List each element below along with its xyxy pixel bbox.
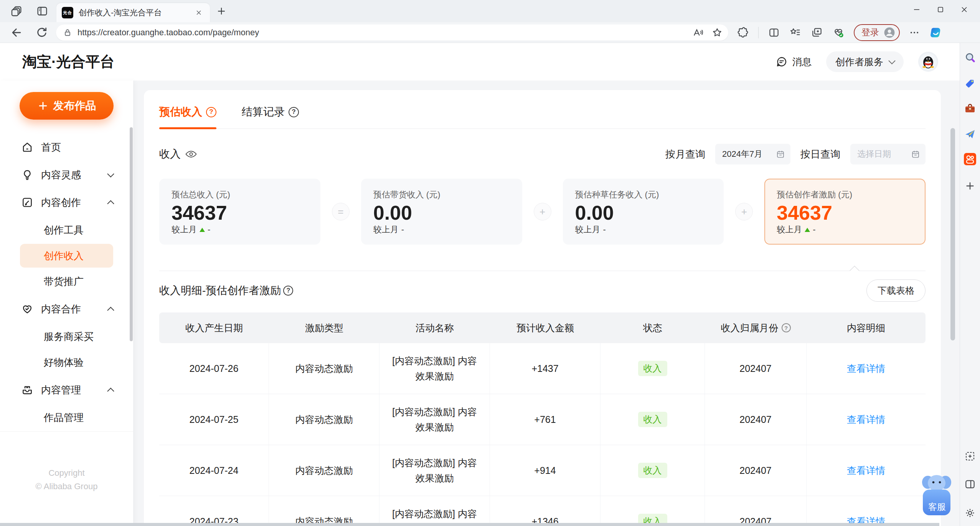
collections-icon[interactable] xyxy=(811,26,823,39)
help-icon[interactable]: ? xyxy=(206,107,216,117)
detail-section-header: 收入明细-预估创作者激励 ? 下载表格 xyxy=(159,279,926,302)
cell-amount: +1346 xyxy=(490,496,601,526)
sidebar-item-label: 带货推广 xyxy=(44,275,84,288)
maximize-button[interactable] xyxy=(929,0,952,19)
cell-month: 202407 xyxy=(705,445,807,496)
cell-type: 内容动态激励 xyxy=(269,496,379,526)
shopping-tag-icon[interactable] xyxy=(964,77,976,90)
tab-close-icon[interactable] xyxy=(193,7,205,18)
card-creator-incentive[interactable]: 预估创作者激励 (元) 34637 较上月 - xyxy=(764,179,926,245)
sidebar-item-inspiration[interactable]: 内容灵感 xyxy=(0,161,133,189)
help-icon[interactable]: ? xyxy=(283,286,293,296)
avatar[interactable] xyxy=(918,52,938,72)
settings-more-icon[interactable] xyxy=(909,27,920,38)
card-value: 34637 xyxy=(172,202,308,224)
tab-actions-icon[interactable] xyxy=(36,5,48,17)
chevron-up-icon xyxy=(107,200,114,207)
sidebar-item-product-trial[interactable]: 好物体验 xyxy=(20,350,113,374)
cell-action: 查看详情 xyxy=(807,394,926,445)
cell-activity: [内容动态激励] 内容效果激励 xyxy=(379,496,490,526)
site-favicon: 光合 xyxy=(62,7,73,18)
download-table-button[interactable]: 下载表格 xyxy=(866,279,926,302)
income-label-text: 收入 xyxy=(159,147,181,161)
sidebar-item-creation-income[interactable]: 创作收入 xyxy=(20,244,113,268)
close-window-button[interactable] xyxy=(952,0,976,19)
login-button[interactable]: 登录 xyxy=(854,24,900,41)
cell-type: 内容动态激励 xyxy=(269,394,379,445)
help-icon[interactable]: ? xyxy=(289,107,299,117)
creator-services-dropdown[interactable]: 创作者服务 xyxy=(826,51,904,72)
add-sidebar-item-icon[interactable] xyxy=(964,180,976,192)
month-picker-input[interactable]: 2024年7月 xyxy=(715,144,790,164)
browser-essentials-icon[interactable] xyxy=(832,26,845,39)
sidebar-item-service-purchase[interactable]: 服务商采买 xyxy=(20,325,113,348)
cell-status: 收入 xyxy=(601,343,705,394)
url-bar[interactable]: https://creator.guanghe.taobao.com/page/… xyxy=(56,25,728,41)
site-logo[interactable]: 淘宝·光合平台 xyxy=(22,52,115,72)
date-picker-input[interactable]: 选择日期 xyxy=(850,144,926,164)
copilot-icon[interactable] xyxy=(929,26,943,39)
publish-work-button[interactable]: 发布作品 xyxy=(20,92,114,120)
col-header-type: 激励类型 xyxy=(269,322,379,334)
status-badge: 收入 xyxy=(638,412,667,427)
income-section-label: 收入 xyxy=(159,147,197,161)
card-compare: 较上月 - xyxy=(172,224,308,235)
gear-icon[interactable] xyxy=(964,507,976,519)
card-compare: 较上月 - xyxy=(777,224,913,235)
tab-label: 预估收入 xyxy=(159,105,202,119)
screenshot-icon[interactable] xyxy=(964,450,976,462)
tab-settlement-records[interactable]: 结算记录 ? xyxy=(242,105,299,128)
card-sales-income[interactable]: 预估带货收入 (元) 0.00 较上月 - xyxy=(361,179,522,245)
paper-plane-icon[interactable] xyxy=(964,128,976,140)
extensions-icon[interactable] xyxy=(737,26,749,39)
back-icon[interactable] xyxy=(10,26,23,39)
col-header-month-text: 收入归属月份 xyxy=(721,322,779,334)
sidebar-item-label: 创作工具 xyxy=(44,224,84,237)
toolbox-icon[interactable] xyxy=(964,102,976,115)
browser-tab-active[interactable]: 光合 创作收入-淘宝光合平台 xyxy=(56,3,210,22)
new-tab-button[interactable] xyxy=(216,5,227,17)
table-row: 2024-07-25 内容动态激励 [内容动态激励] 内容效果激励 +761 收… xyxy=(159,394,926,445)
favorites-bar-icon[interactable] xyxy=(789,26,802,39)
sidebar-item-promotion[interactable]: 带货推广 xyxy=(20,270,113,293)
sidebar-item-cooperation[interactable]: 内容合作 xyxy=(0,295,133,323)
search-icon[interactable] xyxy=(964,52,976,64)
read-aloud-icon[interactable] xyxy=(692,27,704,38)
tab-estimated-income[interactable]: 预估收入 ? xyxy=(159,105,216,128)
sidebar-item-creation-tools[interactable]: 创作工具 xyxy=(20,218,113,242)
chevron-down-icon xyxy=(888,57,895,64)
detail-section-title: 收入明细-预估创作者激励 ? xyxy=(159,283,293,298)
kuaishou-icon[interactable] xyxy=(964,153,976,165)
refresh-icon[interactable] xyxy=(35,26,48,39)
minimize-button[interactable] xyxy=(905,0,929,19)
tab-activity-icon[interactable] xyxy=(10,5,23,17)
page-content: 淘宝·光合平台 消息 创作者服务 发布作品 xyxy=(0,43,960,526)
sidebar-item-works-management[interactable]: 作品管理 xyxy=(20,406,113,429)
messages-button[interactable]: 消息 xyxy=(775,56,812,68)
sidebar-panel-icon[interactable] xyxy=(964,478,976,490)
plus-icon xyxy=(37,100,49,112)
card-total-income[interactable]: 预估总收入 (元) 34637 较上月 - xyxy=(159,179,320,245)
lock-icon[interactable] xyxy=(63,28,72,37)
view-details-link[interactable]: 查看详情 xyxy=(847,413,885,426)
messages-label: 消息 xyxy=(792,56,812,68)
card-task-income[interactable]: 预估种草任务收入 (元) 0.00 较上月 - xyxy=(563,179,724,245)
sidebar-item-home[interactable]: 首页 xyxy=(0,133,133,161)
split-screen-icon[interactable] xyxy=(768,26,780,39)
compare-value: - xyxy=(401,225,404,235)
chevron-up-icon xyxy=(107,307,114,314)
view-details-link[interactable]: 查看详情 xyxy=(847,464,885,477)
sidebar-item-creation[interactable]: 内容创作 xyxy=(0,189,133,216)
sidebar-scrollbar[interactable] xyxy=(130,127,133,341)
app-sidebar: 发布作品 首页 内容灵感 内容创作 创作工具 xyxy=(0,81,133,526)
customer-service-widget[interactable]: 客服 xyxy=(920,472,954,519)
favorite-star-icon[interactable] xyxy=(711,27,723,38)
eye-icon[interactable] xyxy=(185,150,197,158)
table-row: 2024-07-24 内容动态激励 [内容动态激励] 内容效果激励 +914 收… xyxy=(159,445,926,496)
section-title-text: 收入明细-预估创作者激励 xyxy=(159,283,281,298)
view-details-link[interactable]: 查看详情 xyxy=(847,362,885,375)
calendar-icon xyxy=(911,150,920,159)
help-icon[interactable]: ? xyxy=(782,323,791,332)
sidebar-item-content-management[interactable]: 内容管理 xyxy=(0,376,133,404)
page-scrollbar[interactable] xyxy=(950,128,955,340)
